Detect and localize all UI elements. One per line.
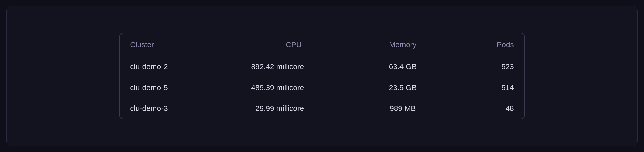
cell-cluster-name: clu-demo-5 (120, 77, 233, 98)
cell-cluster-name: clu-demo-3 (120, 98, 233, 119)
table-row[interactable]: clu-demo-2 892.42 millicore 63.4 GB 523 (120, 56, 524, 77)
cluster-table-container: Cluster CPU Memory Pods clu-demo-2 892.4… (119, 33, 525, 119)
cell-memory: 63.4 GB (354, 56, 451, 77)
cluster-resources-table: Cluster CPU Memory Pods clu-demo-2 892.4… (120, 33, 524, 119)
cell-memory: 23.5 GB (354, 77, 451, 98)
header-cpu[interactable]: CPU (233, 33, 354, 56)
outer-panel: Cluster CPU Memory Pods clu-demo-2 892.4… (6, 6, 638, 146)
table-row[interactable]: clu-demo-5 489.39 millicore 23.5 GB 514 (120, 77, 524, 98)
cell-cpu: 29.99 millicore (233, 98, 354, 119)
cell-cpu: 489.39 millicore (233, 77, 354, 98)
cell-pods: 523 (451, 56, 524, 77)
table-row[interactable]: clu-demo-3 29.99 millicore 989 MB 48 (120, 98, 524, 119)
cell-memory: 989 MB (354, 98, 451, 119)
cell-pods: 48 (451, 98, 524, 119)
header-cluster[interactable]: Cluster (120, 33, 233, 56)
cell-cluster-name: clu-demo-2 (120, 56, 233, 77)
cell-cpu: 892.42 millicore (233, 56, 354, 77)
cell-pods: 514 (451, 77, 524, 98)
header-memory[interactable]: Memory (354, 33, 451, 56)
table-header-row: Cluster CPU Memory Pods (120, 33, 524, 56)
header-pods[interactable]: Pods (451, 33, 524, 56)
